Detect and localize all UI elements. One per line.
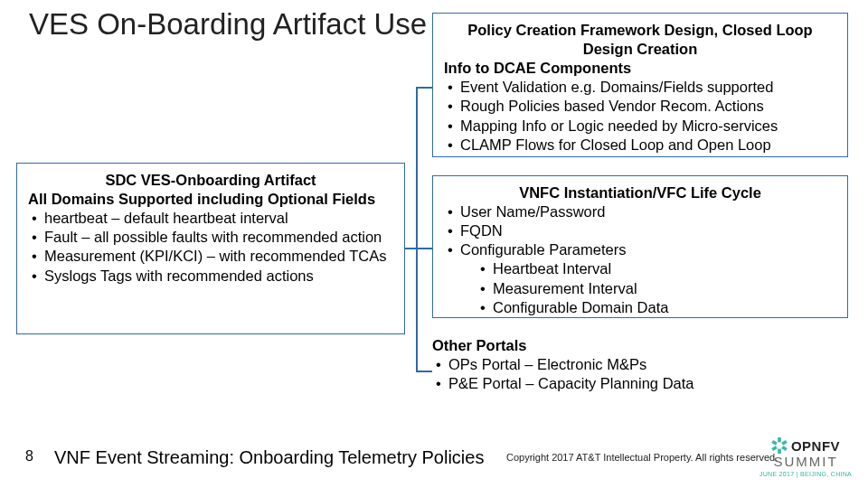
list-item: Configurable Parameters Heartbeat Interv… [444,240,836,316]
page-number: 8 [25,448,33,465]
list-item: FQDN [444,221,836,240]
connector-line [416,248,432,249]
opnfv-mark-icon [771,437,788,454]
logo-row: OPNFV [756,437,855,454]
top-right-list: Event Validation e.g. Domains/Fields sup… [444,78,836,154]
slide: VES On-Boarding Artifact Use SDC VES-Onb… [0,0,868,488]
connector-line [416,371,432,372]
left-box-heading: SDC VES-Onboarding Artifact [28,171,393,190]
list-item: Event Validation e.g. Domains/Fields sup… [444,78,836,97]
bottom-right-list: OPs Portal – Electronic M&Ps P&E Portal … [432,355,848,393]
list-item: Heartbeat Interval [476,259,836,278]
list-item: Measurement Interval [476,279,836,298]
list-item: Rough Policies based Vendor Recom. Actio… [444,97,836,116]
list-item: OPs Portal – Electronic M&Ps [432,355,848,374]
connector-line [416,87,432,89]
copyright-text: Copyright 2017 AT&T Intellectual Propert… [506,452,778,463]
svg-rect-0 [778,437,781,442]
list-item: CLAMP Flows for Closed Loop and Open Loo… [444,136,836,155]
svg-rect-5 [771,440,777,446]
top-right-sub: Info to DCAE Components [444,59,836,78]
slide-subtitle: VNF Event Streaming: Onboarding Telemetr… [54,447,484,468]
top-right-box: Policy Creation Framework Design, Closed… [432,13,848,157]
top-right-heading: Policy Creation Framework Design, Closed… [444,21,836,59]
left-box-sub: All Domains Supported including Optional… [28,190,393,209]
svg-rect-1 [781,440,787,446]
svg-rect-2 [781,446,787,451]
list-item: Configurable Domain Data [476,298,836,317]
mid-right-heading: VNFC Instantiation/VFC Life Cycle [444,183,836,202]
bottom-right-box: Other Portals OPs Portal – Electronic M&… [432,336,848,393]
list-item: heartbeat – default heartbeat interval [28,209,393,228]
list-item: Fault – all possible faults with recomme… [28,228,393,247]
mid-right-sublist: Heartbeat Interval Measurement Interval … [460,259,836,316]
left-artifact-box: SDC VES-Onboarding Artifact All Domains … [16,163,405,334]
logo-tagline: JUNE 2017 | BEIJING, CHINA [756,471,855,477]
mid-right-list: User Name/Password FQDN Configurable Par… [444,202,836,317]
page-title: VES On-Boarding Artifact Use [29,7,427,42]
connector-line [416,87,418,372]
list-item: Mapping Info or Logic needed by Micro-se… [444,117,836,136]
mid-right-box: VNFC Instantiation/VFC Life Cycle User N… [432,175,848,318]
logo-brand: OPNFV [791,438,840,454]
svg-rect-4 [771,446,777,451]
bottom-right-heading: Other Portals [432,336,848,355]
list-item: P&E Portal – Capacity Planning Data [432,374,848,393]
logo-event: SUMMIT [756,454,855,469]
list-item: Syslogs Tags with recommended actions [28,267,393,286]
list-item-label: Configurable Parameters [460,241,626,258]
left-box-list: heartbeat – default heartbeat interval F… [28,209,393,285]
list-item: User Name/Password [444,202,836,221]
list-item: Measurement (KPI/KCI) – with recommended… [28,247,393,266]
opnfv-logo: OPNFV SUMMIT JUNE 2017 | BEIJING, CHINA [756,437,855,477]
